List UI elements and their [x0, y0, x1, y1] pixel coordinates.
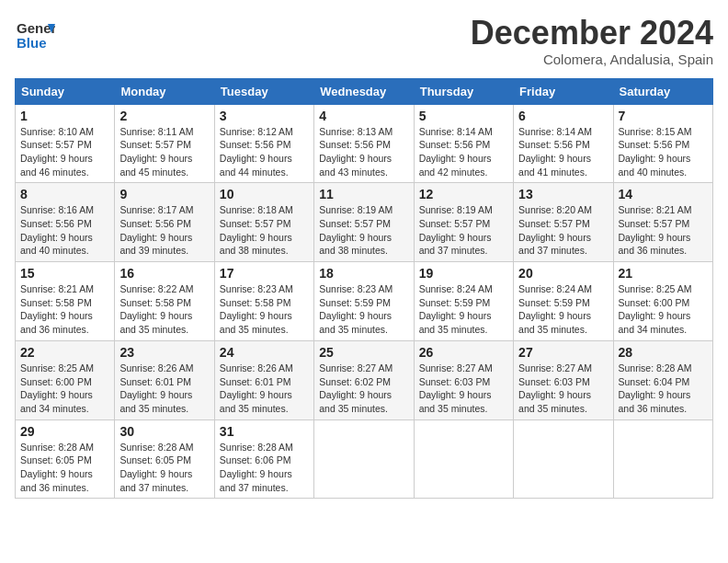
day-number: 15 — [20, 266, 109, 281]
day-info: Sunrise: 8:19 AM Sunset: 5:57 PM Dayligh… — [419, 203, 508, 258]
header-monday: Monday — [115, 78, 214, 104]
calendar-cell — [414, 419, 513, 499]
day-info: Sunrise: 8:26 AM Sunset: 6:01 PM Dayligh… — [220, 362, 309, 416]
day-info: Sunrise: 8:12 AM Sunset: 5:56 PM Dayligh… — [220, 125, 309, 179]
day-number: 26 — [419, 345, 508, 360]
header-tuesday: Tuesday — [214, 78, 313, 104]
calendar-cell: 3Sunrise: 8:12 AM Sunset: 5:56 PM Daylig… — [214, 104, 313, 183]
day-number: 24 — [220, 345, 309, 360]
day-info: Sunrise: 8:15 AM Sunset: 5:56 PM Dayligh… — [619, 125, 708, 179]
calendar-cell: 13Sunrise: 8:20 AM Sunset: 5:57 PM Dayli… — [514, 183, 613, 262]
calendar-cell: 15Sunrise: 8:21 AM Sunset: 5:58 PM Dayli… — [16, 262, 115, 341]
calendar-cell: 20Sunrise: 8:24 AM Sunset: 5:59 PM Dayli… — [514, 262, 613, 341]
day-number: 20 — [518, 266, 608, 281]
day-number: 7 — [619, 109, 708, 123]
day-info: Sunrise: 8:10 AM Sunset: 5:57 PM Dayligh… — [20, 125, 109, 179]
day-info: Sunrise: 8:22 AM Sunset: 5:58 PM Dayligh… — [119, 282, 209, 337]
calendar-cell: 4Sunrise: 8:13 AM Sunset: 5:56 PM Daylig… — [314, 104, 414, 183]
day-number: 31 — [220, 424, 309, 439]
calendar-cell — [314, 419, 414, 499]
calendar-cell: 1Sunrise: 8:10 AM Sunset: 5:57 PM Daylig… — [16, 104, 115, 183]
calendar-table: SundayMondayTuesdayWednesdayThursdayFrid… — [15, 78, 713, 500]
day-number: 3 — [220, 109, 309, 123]
calendar-cell: 29Sunrise: 8:28 AM Sunset: 6:05 PM Dayli… — [16, 419, 115, 499]
day-number: 27 — [518, 345, 608, 360]
calendar-cell: 7Sunrise: 8:15 AM Sunset: 5:56 PM Daylig… — [613, 104, 712, 183]
day-info: Sunrise: 8:21 AM Sunset: 5:58 PM Dayligh… — [20, 282, 109, 337]
day-info: Sunrise: 8:14 AM Sunset: 5:56 PM Dayligh… — [518, 125, 608, 179]
calendar-cell: 10Sunrise: 8:18 AM Sunset: 5:57 PM Dayli… — [214, 183, 313, 262]
day-info: Sunrise: 8:24 AM Sunset: 5:59 PM Dayligh… — [518, 282, 608, 337]
week-row-5: 29Sunrise: 8:28 AM Sunset: 6:05 PM Dayli… — [16, 419, 713, 499]
title-area: December 2024 Colomera, Andalusia, Spain — [471, 15, 713, 67]
calendar-cell: 27Sunrise: 8:27 AM Sunset: 6:03 PM Dayli… — [514, 340, 613, 419]
day-info: Sunrise: 8:28 AM Sunset: 6:04 PM Dayligh… — [619, 362, 708, 416]
day-info: Sunrise: 8:17 AM Sunset: 5:56 PM Dayligh… — [119, 203, 209, 258]
calendar-cell: 24Sunrise: 8:26 AM Sunset: 6:01 PM Dayli… — [214, 340, 313, 419]
day-number: 4 — [319, 109, 408, 123]
day-info: Sunrise: 8:11 AM Sunset: 5:57 PM Dayligh… — [119, 125, 209, 179]
calendar-cell: 12Sunrise: 8:19 AM Sunset: 5:57 PM Dayli… — [414, 183, 513, 262]
logo-svg: GeneralBlue — [15, 15, 55, 55]
day-number: 17 — [220, 266, 309, 281]
day-number: 2 — [119, 109, 209, 123]
day-number: 14 — [619, 187, 708, 201]
calendar-cell: 22Sunrise: 8:25 AM Sunset: 6:00 PM Dayli… — [16, 340, 115, 419]
calendar-cell: 23Sunrise: 8:26 AM Sunset: 6:01 PM Dayli… — [115, 340, 214, 419]
header-thursday: Thursday — [414, 78, 513, 104]
day-number: 22 — [20, 345, 109, 360]
calendar-cell: 8Sunrise: 8:16 AM Sunset: 5:56 PM Daylig… — [16, 183, 115, 262]
day-info: Sunrise: 8:25 AM Sunset: 6:00 PM Dayligh… — [619, 282, 708, 337]
month-title: December 2024 — [471, 15, 713, 52]
calendar-cell: 9Sunrise: 8:17 AM Sunset: 5:56 PM Daylig… — [115, 183, 214, 262]
calendar-cell: 2Sunrise: 8:11 AM Sunset: 5:57 PM Daylig… — [115, 104, 214, 183]
day-number: 13 — [518, 187, 608, 201]
calendar-header-row: SundayMondayTuesdayWednesdayThursdayFrid… — [16, 78, 713, 104]
day-number: 12 — [419, 187, 508, 201]
day-number: 6 — [518, 109, 608, 123]
week-row-2: 8Sunrise: 8:16 AM Sunset: 5:56 PM Daylig… — [16, 183, 713, 262]
day-number: 25 — [319, 345, 408, 360]
day-info: Sunrise: 8:27 AM Sunset: 6:02 PM Dayligh… — [319, 362, 408, 416]
day-info: Sunrise: 8:14 AM Sunset: 5:56 PM Dayligh… — [419, 125, 508, 179]
day-number: 8 — [20, 187, 109, 201]
day-number: 16 — [119, 266, 209, 281]
day-info: Sunrise: 8:16 AM Sunset: 5:56 PM Dayligh… — [20, 203, 109, 258]
day-number: 29 — [20, 424, 109, 439]
day-info: Sunrise: 8:19 AM Sunset: 5:57 PM Dayligh… — [319, 203, 408, 258]
calendar-cell: 18Sunrise: 8:23 AM Sunset: 5:59 PM Dayli… — [314, 262, 414, 341]
week-row-4: 22Sunrise: 8:25 AM Sunset: 6:00 PM Dayli… — [16, 340, 713, 419]
header-wednesday: Wednesday — [314, 78, 414, 104]
week-row-1: 1Sunrise: 8:10 AM Sunset: 5:57 PM Daylig… — [16, 104, 713, 183]
day-number: 28 — [619, 345, 708, 360]
calendar-cell: 30Sunrise: 8:28 AM Sunset: 6:05 PM Dayli… — [115, 419, 214, 499]
calendar-cell: 16Sunrise: 8:22 AM Sunset: 5:58 PM Dayli… — [115, 262, 214, 341]
day-info: Sunrise: 8:13 AM Sunset: 5:56 PM Dayligh… — [319, 125, 408, 179]
day-info: Sunrise: 8:20 AM Sunset: 5:57 PM Dayligh… — [518, 203, 608, 258]
calendar-cell: 28Sunrise: 8:28 AM Sunset: 6:04 PM Dayli… — [613, 340, 712, 419]
day-info: Sunrise: 8:18 AM Sunset: 5:57 PM Dayligh… — [220, 203, 309, 258]
day-info: Sunrise: 8:21 AM Sunset: 5:57 PM Dayligh… — [619, 203, 708, 258]
day-number: 9 — [119, 187, 209, 201]
day-info: Sunrise: 8:25 AM Sunset: 6:00 PM Dayligh… — [20, 362, 109, 416]
calendar-cell: 25Sunrise: 8:27 AM Sunset: 6:02 PM Dayli… — [314, 340, 414, 419]
calendar-cell: 17Sunrise: 8:23 AM Sunset: 5:58 PM Dayli… — [214, 262, 313, 341]
svg-text:Blue: Blue — [17, 35, 47, 51]
day-info: Sunrise: 8:23 AM Sunset: 5:59 PM Dayligh… — [319, 282, 408, 337]
calendar-cell: 5Sunrise: 8:14 AM Sunset: 5:56 PM Daylig… — [414, 104, 513, 183]
location-subtitle: Colomera, Andalusia, Spain — [471, 52, 713, 67]
day-number: 5 — [419, 109, 508, 123]
calendar-cell: 26Sunrise: 8:27 AM Sunset: 6:03 PM Dayli… — [414, 340, 513, 419]
day-info: Sunrise: 8:27 AM Sunset: 6:03 PM Dayligh… — [518, 362, 608, 416]
week-row-3: 15Sunrise: 8:21 AM Sunset: 5:58 PM Dayli… — [16, 262, 713, 341]
calendar-cell: 6Sunrise: 8:14 AM Sunset: 5:56 PM Daylig… — [514, 104, 613, 183]
day-info: Sunrise: 8:28 AM Sunset: 6:05 PM Dayligh… — [119, 441, 209, 495]
day-info: Sunrise: 8:24 AM Sunset: 5:59 PM Dayligh… — [419, 282, 508, 337]
calendar-cell: 21Sunrise: 8:25 AM Sunset: 6:00 PM Dayli… — [613, 262, 712, 341]
day-number: 11 — [319, 187, 408, 201]
header: GeneralBlue December 2024 Colomera, Anda… — [15, 15, 713, 67]
day-number: 30 — [119, 424, 209, 439]
header-friday: Friday — [514, 78, 613, 104]
day-number: 23 — [119, 345, 209, 360]
calendar-cell: 14Sunrise: 8:21 AM Sunset: 5:57 PM Dayli… — [613, 183, 712, 262]
